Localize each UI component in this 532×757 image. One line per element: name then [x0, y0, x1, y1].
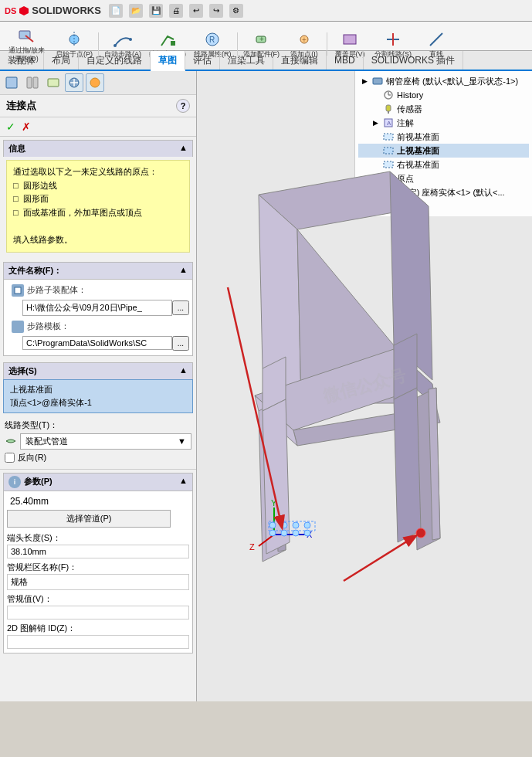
route-sub-input[interactable]: H:\微信公众号\09月20日\Pipe_ — [22, 300, 172, 316]
ds-text: DS — [5, 6, 16, 15]
print-icon[interactable]: 🖨 — [169, 4, 183, 18]
tab-layout[interactable]: 布局 — [44, 51, 79, 70]
annotation-svg: A — [382, 117, 395, 129]
route-sub-value-row: H:\微信公众号\09月20日\Pipe_ ... — [22, 300, 189, 316]
select-pipe-btn[interactable]: 选择管道(P) — [7, 510, 171, 528]
split-route-icon — [382, 29, 404, 50]
help-btn[interactable]: ? — [176, 99, 190, 113]
edit-route-svg — [157, 29, 178, 50]
svg-marker-58 — [394, 388, 421, 542]
info-section-container: 信息 ▲ 通过选取以下之一来定义线路的原点： □ 圆形边线 □ 圆形面 □ 面或… — [3, 140, 193, 256]
undo-icon[interactable]: ↩ — [189, 4, 203, 18]
split-svg — [382, 29, 404, 50]
info-text: 通过选取以下之一来定义线路的原点： □ 圆形边线 □ 圆形面 □ 面或基准面，外… — [13, 165, 183, 247]
pipe-spec-input[interactable]: 规格 — [7, 574, 189, 590]
info-section-header[interactable]: 信息 ▲ — [3, 140, 193, 157]
reverse-label: 反向(R) — [18, 452, 46, 463]
route-template-input[interactable]: C:\ProgramData\SolidWorks\SC — [22, 336, 172, 350]
svg-text:A: A — [387, 120, 391, 127]
svg-point-71 — [281, 530, 287, 536]
tree-root-arrow: ▶ — [360, 76, 369, 86]
tree-root[interactable]: ▶ 钢管座椅 (默认<默认_显示状态-1>) — [358, 74, 529, 88]
tree-sensor[interactable]: ▶ 传感器 — [358, 102, 529, 116]
tab-sketch[interactable]: 草图 — [151, 51, 185, 71]
svg-rect-31 — [386, 105, 391, 111]
drawing-id-input[interactable] — [7, 635, 189, 649]
panel-tb-btn-1[interactable] — [2, 73, 21, 92]
select-title: 选择(S) — [8, 365, 37, 377]
select-section: 选择(S) ▲ 上视基准面 顶点<1>@座椅实体-1 — [3, 362, 193, 413]
tab-assembly[interactable]: 装配体 — [0, 51, 44, 70]
drag-icon-svg — [16, 25, 38, 46]
svg-point-74 — [416, 528, 425, 538]
tab-render[interactable]: 渲染工具 — [220, 51, 273, 70]
svg-text:+: + — [302, 36, 307, 44]
tab-evaluate[interactable]: 评估 — [185, 51, 220, 70]
file-open-icon[interactable]: 📂 — [129, 4, 143, 18]
settings-icon[interactable]: ⚙ — [229, 4, 243, 18]
reverse-checkbox[interactable] — [5, 453, 15, 463]
route-sub-row: 步路子装配体： — [7, 283, 189, 298]
svg-point-73 — [304, 530, 310, 536]
tree-history-label: History — [397, 90, 423, 100]
route-template-label: 步路模板： — [27, 321, 69, 332]
ok-checkmark[interactable]: ✓ — [6, 121, 15, 133]
svg-rect-26 — [15, 287, 21, 294]
filename-body: 步路子装配体： H:\微信公众号\09月20日\Pipe_ ... 步路模板： … — [3, 279, 193, 356]
cancel-crossmark[interactable]: ✗ — [22, 121, 31, 133]
tree-history[interactable]: ▶ History — [358, 88, 529, 102]
tab-sw-plugins[interactable]: SOLIDWORKS 插件 — [364, 51, 464, 70]
sw-logo: DS SOLIDWORKS — [5, 5, 101, 16]
chair-svg: X Y Z — [212, 133, 506, 612]
route-type-dropdown[interactable]: 装配式管道 ▼ — [20, 433, 191, 450]
param-icon: i — [8, 476, 21, 488]
select-header[interactable]: 选择(S) ▲ — [3, 362, 193, 379]
tree-annotation[interactable]: ▶ A 注解 — [358, 116, 529, 130]
pipe-val-label: 管规值(V)： — [7, 593, 189, 605]
sensor-icon — [382, 103, 395, 115]
redo-icon[interactable]: ↪ — [209, 4, 223, 18]
history-svg — [382, 89, 395, 101]
svg-point-70 — [269, 530, 276, 536]
svg-rect-27 — [373, 78, 382, 84]
pipe-val-input[interactable] — [7, 606, 189, 620]
ok-cancel-bar: ✓ ✗ — [0, 117, 196, 137]
panel-tb-btn-5[interactable] — [86, 73, 104, 92]
tree-annotation-arrow: ▶ — [371, 118, 380, 127]
cover-icon — [339, 29, 361, 50]
filename-header[interactable]: 文件名称(F)： ▲ — [3, 262, 193, 279]
svg-marker-0 — [19, 6, 29, 15]
add-point-svg: + — [293, 29, 315, 50]
auto-route-icon — [112, 29, 134, 50]
cover-svg — [339, 29, 361, 50]
route-sub-label: 步路子装配体： — [27, 284, 185, 296]
params-header[interactable]: i 参数(P) ▲ — [3, 473, 193, 491]
file-new-icon[interactable]: 📄 — [109, 4, 123, 18]
route-prop-svg: R — [202, 29, 223, 50]
svg-point-5 — [114, 44, 117, 47]
params-section: i 参数(P) ▲ 25.40mm 选择管道(P) 端头长度(S)： 38.10… — [3, 473, 193, 653]
svg-rect-32 — [388, 111, 389, 114]
panel-tb-btn-4[interactable] — [65, 73, 83, 92]
sub-asm-icon — [13, 286, 22, 295]
drag-start-icon — [16, 25, 38, 46]
info-collapse-icon: ▲ — [179, 143, 188, 154]
route-template-browse-btn[interactable]: ... — [172, 336, 189, 351]
route-type-value: 装配式管道 — [25, 436, 68, 447]
panel-tb-btn-3[interactable] — [44, 73, 63, 92]
filename-title: 文件名称(F)： — [8, 265, 62, 277]
svg-line-76 — [344, 536, 415, 581]
route-prop-icon: R — [202, 29, 223, 50]
tab-custom-route[interactable]: 自定义的线路 — [79, 51, 151, 70]
route-type-section: 线路类型(T)： 装配式管道 ▼ 反向(R) — [0, 416, 196, 470]
save-icon[interactable]: 💾 — [149, 4, 163, 18]
tab-mbd[interactable]: MBD — [327, 51, 364, 70]
svg-point-25 — [90, 78, 100, 87]
add-fitting-svg: + — [250, 29, 272, 50]
route-sub-browse-btn[interactable]: ... — [172, 300, 189, 315]
tip-length-input[interactable]: 38.10mm — [7, 545, 189, 558]
edit-route-icon — [157, 29, 178, 50]
tab-direct-edit[interactable]: 直接编辑 — [273, 51, 327, 70]
panel-tb-btn-2[interactable] — [23, 73, 42, 92]
select-box[interactable]: 上视基准面 顶点<1>@座椅实体-1 — [3, 379, 193, 413]
